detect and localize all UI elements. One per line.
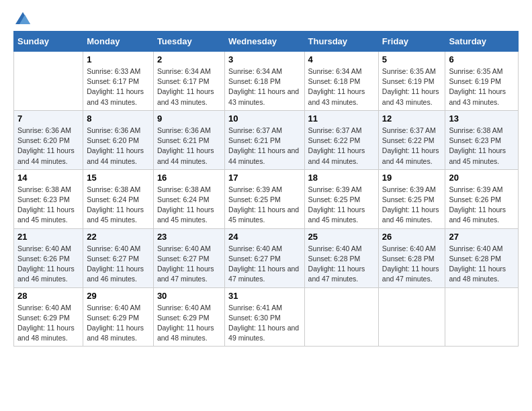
day-number: 23 (157, 232, 221, 242)
calendar-cell: 4 Sunrise: 6:34 AMSunset: 6:18 PMDayligh… (304, 52, 378, 111)
day-info: Sunrise: 6:36 AMSunset: 6:21 PMDaylight:… (157, 126, 221, 167)
calendar-cell: 30 Sunrise: 6:40 AMSunset: 6:29 PMDaylig… (153, 287, 224, 347)
day-info: Sunrise: 6:34 AMSunset: 6:17 PMDaylight:… (157, 66, 221, 107)
day-number: 15 (87, 173, 150, 183)
day-info: Sunrise: 6:33 AMSunset: 6:17 PMDaylight:… (87, 66, 150, 107)
calendar-cell: 29 Sunrise: 6:40 AMSunset: 6:29 PMDaylig… (83, 287, 154, 347)
calendar-cell (445, 287, 519, 347)
calendar-cell: 20 Sunrise: 6:39 AMSunset: 6:26 PMDaylig… (445, 169, 519, 228)
day-info: Sunrise: 6:35 AMSunset: 6:19 PMDaylight:… (382, 66, 442, 107)
calendar-cell (378, 287, 445, 347)
day-number: 30 (157, 291, 221, 301)
day-info: Sunrise: 6:37 AMSunset: 6:22 PMDaylight:… (308, 126, 375, 167)
calendar-cell: 18 Sunrise: 6:39 AMSunset: 6:25 PMDaylig… (304, 169, 378, 228)
day-number: 31 (228, 291, 300, 301)
day-info: Sunrise: 6:40 AMSunset: 6:28 PMDaylight:… (308, 244, 375, 285)
calendar-cell (14, 52, 83, 111)
weekday-header-thursday: Thursday (304, 32, 378, 52)
weekday-header-row: SundayMondayTuesdayWednesdayThursdayFrid… (14, 32, 519, 52)
day-info: Sunrise: 6:39 AMSunset: 6:25 PMDaylight:… (308, 185, 375, 226)
calendar-cell: 26 Sunrise: 6:40 AMSunset: 6:28 PMDaylig… (378, 228, 445, 287)
day-number: 4 (308, 54, 375, 64)
day-info: Sunrise: 6:38 AMSunset: 6:23 PMDaylight:… (449, 126, 515, 167)
calendar-cell: 1 Sunrise: 6:33 AMSunset: 6:17 PMDayligh… (83, 52, 154, 111)
day-number: 21 (17, 232, 79, 242)
week-row-5: 28 Sunrise: 6:40 AMSunset: 6:29 PMDaylig… (14, 287, 519, 347)
calendar-cell: 22 Sunrise: 6:40 AMSunset: 6:27 PMDaylig… (83, 228, 154, 287)
day-info: Sunrise: 6:35 AMSunset: 6:19 PMDaylight:… (449, 66, 515, 107)
day-number: 10 (228, 113, 300, 124)
calendar-cell: 15 Sunrise: 6:38 AMSunset: 6:24 PMDaylig… (83, 169, 154, 228)
day-number: 8 (87, 113, 150, 124)
day-number: 11 (308, 113, 375, 124)
day-info: Sunrise: 6:38 AMSunset: 6:24 PMDaylight:… (87, 185, 150, 226)
day-info: Sunrise: 6:34 AMSunset: 6:18 PMDaylight:… (228, 66, 300, 107)
calendar-cell: 12 Sunrise: 6:37 AMSunset: 6:22 PMDaylig… (378, 110, 445, 169)
day-number: 24 (228, 232, 300, 242)
day-info: Sunrise: 6:40 AMSunset: 6:28 PMDaylight:… (449, 244, 515, 285)
day-info: Sunrise: 6:40 AMSunset: 6:27 PMDaylight:… (157, 244, 221, 285)
calendar-cell: 16 Sunrise: 6:38 AMSunset: 6:24 PMDaylig… (153, 169, 224, 228)
day-number: 5 (382, 54, 442, 64)
calendar-cell (304, 287, 378, 347)
day-number: 16 (157, 173, 221, 183)
day-number: 3 (228, 54, 300, 64)
day-info: Sunrise: 6:39 AMSunset: 6:25 PMDaylight:… (228, 185, 300, 226)
day-number: 9 (157, 113, 221, 124)
week-row-4: 21 Sunrise: 6:40 AMSunset: 6:26 PMDaylig… (14, 228, 519, 287)
day-info: Sunrise: 6:40 AMSunset: 6:26 PMDaylight:… (17, 244, 79, 285)
calendar-cell: 21 Sunrise: 6:40 AMSunset: 6:26 PMDaylig… (14, 228, 83, 287)
day-info: Sunrise: 6:37 AMSunset: 6:22 PMDaylight:… (382, 126, 442, 167)
day-number: 6 (449, 54, 515, 64)
day-info: Sunrise: 6:41 AMSunset: 6:30 PMDaylight:… (228, 303, 300, 344)
day-number: 7 (17, 113, 79, 124)
day-number: 25 (308, 232, 375, 242)
calendar-cell: 17 Sunrise: 6:39 AMSunset: 6:25 PMDaylig… (225, 169, 304, 228)
day-info: Sunrise: 6:40 AMSunset: 6:28 PMDaylight:… (382, 244, 442, 285)
day-info: Sunrise: 6:40 AMSunset: 6:27 PMDaylight:… (228, 244, 300, 285)
calendar-cell: 23 Sunrise: 6:40 AMSunset: 6:27 PMDaylig… (153, 228, 224, 287)
day-number: 22 (87, 232, 150, 242)
day-number: 20 (449, 173, 515, 183)
calendar-cell: 24 Sunrise: 6:40 AMSunset: 6:27 PMDaylig… (225, 228, 304, 287)
logo (13, 13, 30, 24)
calendar-cell: 13 Sunrise: 6:38 AMSunset: 6:23 PMDaylig… (445, 110, 519, 169)
day-number: 28 (17, 291, 79, 301)
calendar-cell: 31 Sunrise: 6:41 AMSunset: 6:30 PMDaylig… (225, 287, 304, 347)
day-info: Sunrise: 6:37 AMSunset: 6:21 PMDaylight:… (228, 126, 300, 167)
day-info: Sunrise: 6:34 AMSunset: 6:18 PMDaylight:… (308, 66, 375, 107)
calendar-cell: 6 Sunrise: 6:35 AMSunset: 6:19 PMDayligh… (445, 52, 519, 111)
day-info: Sunrise: 6:40 AMSunset: 6:27 PMDaylight:… (87, 244, 150, 285)
day-info: Sunrise: 6:36 AMSunset: 6:20 PMDaylight:… (87, 126, 150, 167)
calendar-cell: 2 Sunrise: 6:34 AMSunset: 6:17 PMDayligh… (153, 52, 224, 111)
week-row-3: 14 Sunrise: 6:38 AMSunset: 6:23 PMDaylig… (14, 169, 519, 228)
day-number: 27 (449, 232, 515, 242)
day-info: Sunrise: 6:39 AMSunset: 6:26 PMDaylight:… (449, 185, 515, 226)
day-number: 18 (308, 173, 375, 183)
calendar-cell: 27 Sunrise: 6:40 AMSunset: 6:28 PMDaylig… (445, 228, 519, 287)
calendar-cell: 19 Sunrise: 6:39 AMSunset: 6:25 PMDaylig… (378, 169, 445, 228)
weekday-header-friday: Friday (378, 32, 445, 52)
day-info: Sunrise: 6:40 AMSunset: 6:29 PMDaylight:… (157, 303, 221, 344)
day-info: Sunrise: 6:39 AMSunset: 6:25 PMDaylight:… (382, 185, 442, 226)
calendar-cell: 10 Sunrise: 6:37 AMSunset: 6:21 PMDaylig… (225, 110, 304, 169)
logo-icon (15, 12, 30, 24)
day-number: 14 (17, 173, 79, 183)
day-info: Sunrise: 6:36 AMSunset: 6:20 PMDaylight:… (17, 126, 79, 167)
calendar-cell: 7 Sunrise: 6:36 AMSunset: 6:20 PMDayligh… (14, 110, 83, 169)
weekday-header-sunday: Sunday (14, 32, 83, 52)
day-number: 26 (382, 232, 442, 242)
calendar-cell: 9 Sunrise: 6:36 AMSunset: 6:21 PMDayligh… (153, 110, 224, 169)
day-number: 2 (157, 54, 221, 64)
day-info: Sunrise: 6:38 AMSunset: 6:23 PMDaylight:… (17, 185, 79, 226)
calendar-cell: 5 Sunrise: 6:35 AMSunset: 6:19 PMDayligh… (378, 52, 445, 111)
calendar-cell: 3 Sunrise: 6:34 AMSunset: 6:18 PMDayligh… (225, 52, 304, 111)
weekday-header-wednesday: Wednesday (225, 32, 304, 52)
calendar-cell: 11 Sunrise: 6:37 AMSunset: 6:22 PMDaylig… (304, 110, 378, 169)
page-header (13, 13, 519, 24)
calendar-cell: 28 Sunrise: 6:40 AMSunset: 6:29 PMDaylig… (14, 287, 83, 347)
day-number: 1 (87, 54, 150, 64)
day-info: Sunrise: 6:40 AMSunset: 6:29 PMDaylight:… (17, 303, 79, 344)
day-number: 19 (382, 173, 442, 183)
day-number: 12 (382, 113, 442, 124)
